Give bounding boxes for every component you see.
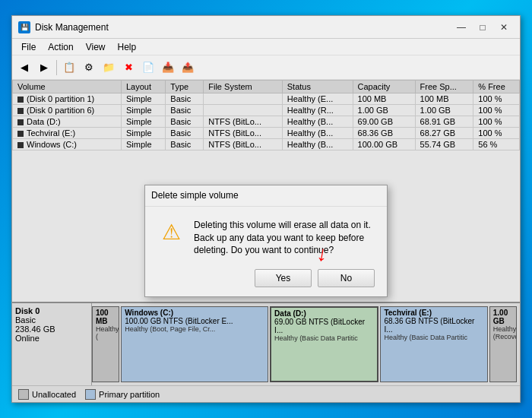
toolbar-forward[interactable]: ▶: [35, 59, 53, 77]
content-area: Volume Layout Type File System Status Ca…: [12, 80, 520, 402]
app-icon: 💾: [18, 21, 30, 33]
dialog-overlay: Delete simple volume ⚠ Deleting this vol…: [12, 80, 520, 402]
dialog-body: ⚠ Deleting this volume will erase all da…: [145, 207, 387, 263]
dialog-message: Deleting this volume will erase all data…: [194, 219, 375, 257]
dialog-title-text: Delete simple volume: [151, 190, 239, 201]
menu-bar: File Action View Help: [12, 39, 520, 55]
toolbar-back[interactable]: ◀: [15, 59, 33, 77]
menu-action[interactable]: Action: [42, 40, 79, 54]
toolbar-separator-1: [56, 60, 57, 75]
minimize-button[interactable]: —: [451, 20, 471, 35]
warning-icon: ⚠: [157, 219, 185, 246]
window-controls: — □ ✕: [451, 20, 514, 35]
window-title: Disk Management: [35, 22, 451, 33]
toolbar: ◀ ▶ 📋 ⚙ 📁 ✖ 📄 📥 📤: [12, 55, 520, 80]
toolbar-delete[interactable]: ✖: [119, 59, 138, 77]
dialog-title-bar: Delete simple volume: [145, 185, 387, 207]
close-button[interactable]: ✕: [494, 20, 514, 35]
menu-file[interactable]: File: [15, 40, 42, 54]
toolbar-properties[interactable]: 📋: [60, 59, 78, 77]
toolbar-import[interactable]: 📥: [159, 59, 177, 77]
title-bar: 💾 Disk Management — □ ✕: [12, 16, 520, 39]
toolbar-folder[interactable]: 📁: [100, 59, 118, 77]
maximize-button[interactable]: □: [473, 20, 492, 35]
menu-view[interactable]: View: [80, 40, 112, 54]
toolbar-export[interactable]: 📤: [179, 59, 197, 77]
yes-button[interactable]: Yes: [255, 269, 312, 287]
no-button[interactable]: No: [318, 269, 375, 287]
toolbar-doc[interactable]: 📄: [139, 59, 157, 77]
dialog-buttons: ↓ Yes No: [145, 263, 387, 296]
main-window: 💾 Disk Management — □ ✕ File Action View…: [11, 15, 521, 403]
toolbar-settings[interactable]: ⚙: [80, 59, 98, 77]
menu-help[interactable]: Help: [112, 40, 143, 54]
delete-dialog: Delete simple volume ⚠ Deleting this vol…: [144, 185, 388, 297]
